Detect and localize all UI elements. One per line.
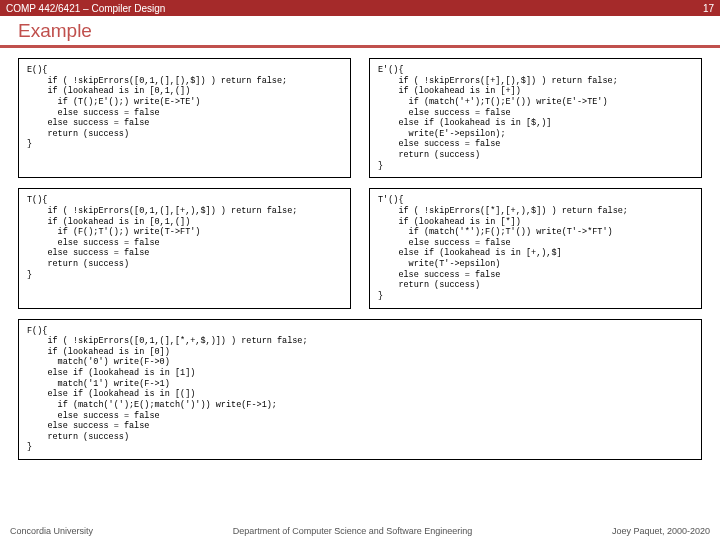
code-block-t: T(){ if ( !skipErrors([0,1,(],[+,),$]) )… (18, 188, 351, 308)
slide-title: Example (18, 20, 92, 42)
code-block-tprime: T'(){ if ( !skipErrors([*],[+,),$]) ) re… (369, 188, 702, 308)
code-row-1: E(){ if ( !skipErrors([0,1,(],[),$]) ) r… (18, 58, 702, 178)
page-number: 17 (703, 3, 714, 14)
code-block-eprime: E'(){ if ( !skipErrors([+],[),$]) ) retu… (369, 58, 702, 178)
footer-right: Joey Paquet, 2000-2020 (612, 526, 710, 536)
title-bar: Example (0, 16, 720, 48)
code-row-3: F(){ if ( !skipErrors([0,1,(],[*,+,$,)])… (18, 319, 702, 461)
code-block-f: F(){ if ( !skipErrors([0,1,(],[*,+,$,)])… (18, 319, 702, 461)
content-area: E(){ if ( !skipErrors([0,1,(],[),$]) ) r… (0, 48, 720, 460)
footer-center: Department of Computer Science and Softw… (233, 526, 473, 536)
code-block-e: E(){ if ( !skipErrors([0,1,(],[),$]) ) r… (18, 58, 351, 178)
footer: Concordia University Department of Compu… (0, 526, 720, 536)
course-label: COMP 442/6421 – Compiler Design (6, 3, 165, 14)
code-row-2: T(){ if ( !skipErrors([0,1,(],[+,),$]) )… (18, 188, 702, 308)
top-bar: COMP 442/6421 – Compiler Design 17 (0, 0, 720, 16)
footer-left: Concordia University (10, 526, 93, 536)
